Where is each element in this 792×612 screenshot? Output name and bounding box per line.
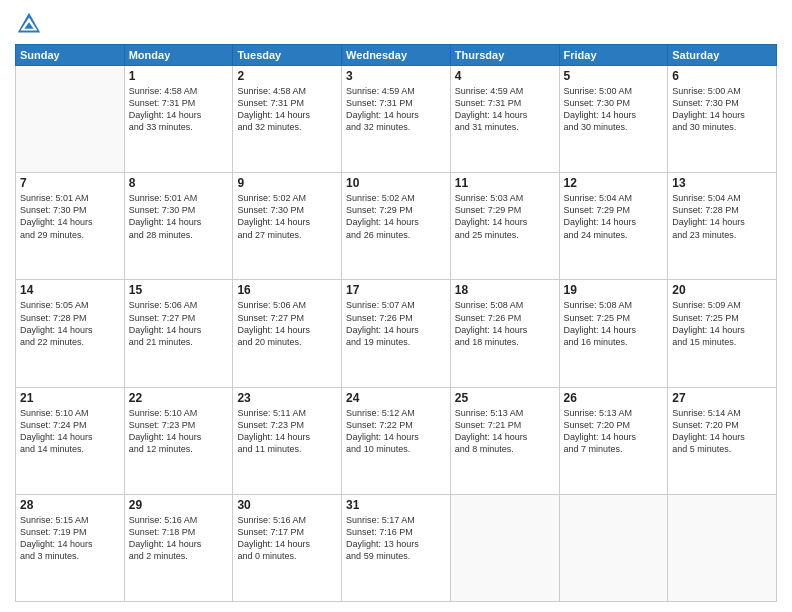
day-info: Sunrise: 5:09 AM Sunset: 7:25 PM Dayligh… [672,299,772,348]
day-info: Sunrise: 5:16 AM Sunset: 7:17 PM Dayligh… [237,514,337,563]
day-number: 13 [672,176,772,190]
day-info: Sunrise: 4:59 AM Sunset: 7:31 PM Dayligh… [455,85,555,134]
day-info: Sunrise: 5:01 AM Sunset: 7:30 PM Dayligh… [129,192,229,241]
calendar-cell [559,494,668,601]
day-number: 23 [237,391,337,405]
day-number: 20 [672,283,772,297]
day-number: 30 [237,498,337,512]
calendar-cell: 19Sunrise: 5:08 AM Sunset: 7:25 PM Dayli… [559,280,668,387]
day-info: Sunrise: 5:05 AM Sunset: 7:28 PM Dayligh… [20,299,120,348]
calendar-cell: 29Sunrise: 5:16 AM Sunset: 7:18 PM Dayli… [124,494,233,601]
day-number: 28 [20,498,120,512]
calendar-cell [450,494,559,601]
day-info: Sunrise: 5:00 AM Sunset: 7:30 PM Dayligh… [672,85,772,134]
day-number: 3 [346,69,446,83]
weekday-header-row: SundayMondayTuesdayWednesdayThursdayFrid… [16,45,777,66]
calendar-cell: 24Sunrise: 5:12 AM Sunset: 7:22 PM Dayli… [342,387,451,494]
week-row-2: 7Sunrise: 5:01 AM Sunset: 7:30 PM Daylig… [16,173,777,280]
day-info: Sunrise: 5:10 AM Sunset: 7:23 PM Dayligh… [129,407,229,456]
calendar-cell [668,494,777,601]
day-info: Sunrise: 5:12 AM Sunset: 7:22 PM Dayligh… [346,407,446,456]
day-number: 25 [455,391,555,405]
day-number: 7 [20,176,120,190]
day-number: 19 [564,283,664,297]
day-info: Sunrise: 5:17 AM Sunset: 7:16 PM Dayligh… [346,514,446,563]
day-number: 16 [237,283,337,297]
week-row-3: 14Sunrise: 5:05 AM Sunset: 7:28 PM Dayli… [16,280,777,387]
day-info: Sunrise: 5:13 AM Sunset: 7:21 PM Dayligh… [455,407,555,456]
calendar-cell: 13Sunrise: 5:04 AM Sunset: 7:28 PM Dayli… [668,173,777,280]
day-number: 22 [129,391,229,405]
calendar-cell: 3Sunrise: 4:59 AM Sunset: 7:31 PM Daylig… [342,66,451,173]
day-number: 18 [455,283,555,297]
weekday-header-friday: Friday [559,45,668,66]
calendar-cell: 15Sunrise: 5:06 AM Sunset: 7:27 PM Dayli… [124,280,233,387]
day-info: Sunrise: 4:58 AM Sunset: 7:31 PM Dayligh… [129,85,229,134]
week-row-4: 21Sunrise: 5:10 AM Sunset: 7:24 PM Dayli… [16,387,777,494]
logo [15,10,47,38]
day-number: 29 [129,498,229,512]
calendar-cell: 25Sunrise: 5:13 AM Sunset: 7:21 PM Dayli… [450,387,559,494]
calendar-cell: 26Sunrise: 5:13 AM Sunset: 7:20 PM Dayli… [559,387,668,494]
day-number: 27 [672,391,772,405]
calendar-table: SundayMondayTuesdayWednesdayThursdayFrid… [15,44,777,602]
day-number: 9 [237,176,337,190]
day-number: 11 [455,176,555,190]
calendar-cell: 1Sunrise: 4:58 AM Sunset: 7:31 PM Daylig… [124,66,233,173]
day-info: Sunrise: 5:06 AM Sunset: 7:27 PM Dayligh… [129,299,229,348]
day-number: 12 [564,176,664,190]
weekday-header-tuesday: Tuesday [233,45,342,66]
weekday-header-sunday: Sunday [16,45,125,66]
day-info: Sunrise: 4:59 AM Sunset: 7:31 PM Dayligh… [346,85,446,134]
page: SundayMondayTuesdayWednesdayThursdayFrid… [0,0,792,612]
calendar-cell: 28Sunrise: 5:15 AM Sunset: 7:19 PM Dayli… [16,494,125,601]
day-info: Sunrise: 5:15 AM Sunset: 7:19 PM Dayligh… [20,514,120,563]
day-info: Sunrise: 5:10 AM Sunset: 7:24 PM Dayligh… [20,407,120,456]
weekday-header-thursday: Thursday [450,45,559,66]
calendar-cell: 5Sunrise: 5:00 AM Sunset: 7:30 PM Daylig… [559,66,668,173]
day-info: Sunrise: 5:02 AM Sunset: 7:30 PM Dayligh… [237,192,337,241]
day-number: 26 [564,391,664,405]
calendar-cell: 20Sunrise: 5:09 AM Sunset: 7:25 PM Dayli… [668,280,777,387]
header [15,10,777,38]
calendar-cell: 6Sunrise: 5:00 AM Sunset: 7:30 PM Daylig… [668,66,777,173]
calendar-cell: 31Sunrise: 5:17 AM Sunset: 7:16 PM Dayli… [342,494,451,601]
day-info: Sunrise: 5:08 AM Sunset: 7:26 PM Dayligh… [455,299,555,348]
calendar-cell: 14Sunrise: 5:05 AM Sunset: 7:28 PM Dayli… [16,280,125,387]
calendar-cell: 11Sunrise: 5:03 AM Sunset: 7:29 PM Dayli… [450,173,559,280]
day-number: 14 [20,283,120,297]
calendar-cell: 21Sunrise: 5:10 AM Sunset: 7:24 PM Dayli… [16,387,125,494]
day-info: Sunrise: 5:13 AM Sunset: 7:20 PM Dayligh… [564,407,664,456]
day-number: 1 [129,69,229,83]
day-info: Sunrise: 5:14 AM Sunset: 7:20 PM Dayligh… [672,407,772,456]
calendar-cell: 22Sunrise: 5:10 AM Sunset: 7:23 PM Dayli… [124,387,233,494]
logo-icon [15,10,43,38]
day-info: Sunrise: 5:00 AM Sunset: 7:30 PM Dayligh… [564,85,664,134]
day-number: 4 [455,69,555,83]
day-info: Sunrise: 5:04 AM Sunset: 7:28 PM Dayligh… [672,192,772,241]
week-row-1: 1Sunrise: 4:58 AM Sunset: 7:31 PM Daylig… [16,66,777,173]
week-row-5: 28Sunrise: 5:15 AM Sunset: 7:19 PM Dayli… [16,494,777,601]
calendar-cell: 4Sunrise: 4:59 AM Sunset: 7:31 PM Daylig… [450,66,559,173]
day-number: 2 [237,69,337,83]
day-info: Sunrise: 5:01 AM Sunset: 7:30 PM Dayligh… [20,192,120,241]
calendar-cell: 10Sunrise: 5:02 AM Sunset: 7:29 PM Dayli… [342,173,451,280]
day-number: 24 [346,391,446,405]
calendar-cell: 8Sunrise: 5:01 AM Sunset: 7:30 PM Daylig… [124,173,233,280]
calendar-cell: 18Sunrise: 5:08 AM Sunset: 7:26 PM Dayli… [450,280,559,387]
day-info: Sunrise: 5:04 AM Sunset: 7:29 PM Dayligh… [564,192,664,241]
day-info: Sunrise: 5:16 AM Sunset: 7:18 PM Dayligh… [129,514,229,563]
day-number: 31 [346,498,446,512]
day-info: Sunrise: 5:03 AM Sunset: 7:29 PM Dayligh… [455,192,555,241]
calendar-cell: 27Sunrise: 5:14 AM Sunset: 7:20 PM Dayli… [668,387,777,494]
day-number: 17 [346,283,446,297]
calendar-cell: 30Sunrise: 5:16 AM Sunset: 7:17 PM Dayli… [233,494,342,601]
day-info: Sunrise: 5:06 AM Sunset: 7:27 PM Dayligh… [237,299,337,348]
calendar-cell: 2Sunrise: 4:58 AM Sunset: 7:31 PM Daylig… [233,66,342,173]
day-number: 5 [564,69,664,83]
day-number: 8 [129,176,229,190]
day-info: Sunrise: 5:08 AM Sunset: 7:25 PM Dayligh… [564,299,664,348]
day-number: 6 [672,69,772,83]
calendar-cell [16,66,125,173]
day-number: 21 [20,391,120,405]
